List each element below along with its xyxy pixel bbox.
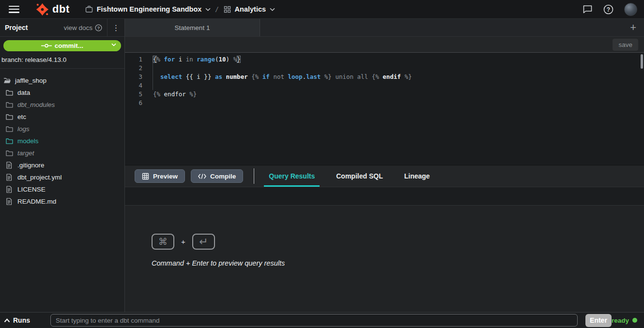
svg-text:?: ? (607, 6, 610, 13)
chevron-up-icon (4, 318, 10, 323)
enter-key-icon: ↵ (192, 234, 215, 250)
briefcase-icon (85, 5, 93, 13)
editor-scrollbar[interactable] (641, 54, 643, 69)
sidebar-title: Project (5, 24, 28, 31)
toolbar-divider (254, 168, 254, 184)
tree-item--gitignore[interactable]: .gitignore (0, 159, 124, 171)
save-button[interactable]: save (613, 39, 638, 51)
code-icon (198, 173, 206, 179)
tree-item-label: .gitignore (17, 162, 45, 169)
line-number: 6 (125, 99, 142, 107)
code-line[interactable] (153, 81, 412, 90)
line-number: 4 (125, 81, 142, 90)
tree-item-jaffle-shop[interactable]: jaffle_shop (0, 75, 124, 87)
tab-statement-1[interactable]: Statement 1 (125, 19, 260, 36)
tree-item-dbt-modules[interactable]: dbt_modules (0, 99, 124, 111)
line-number: 3 (125, 73, 142, 81)
tab-lineage[interactable]: Lineage (394, 165, 441, 187)
tree-item-label: etc (17, 113, 26, 120)
commit-dropdown-chevron-icon[interactable] (111, 43, 116, 46)
editor-toolbar: save (125, 37, 644, 53)
table-icon (142, 173, 149, 180)
top-navigation-bar: dbt Fishtown Engineering Sandbox / Analy… (0, 0, 644, 19)
file-tree: jaffle_shopdatadbt_modulesetclogsmodelst… (0, 69, 124, 312)
command-status-bar: Runs Enter ready (0, 312, 644, 328)
code-line[interactable]: {% for i in range(10) %} (153, 55, 412, 64)
tree-item-label: dbt_modules (17, 101, 55, 108)
help-circle-icon: ? (95, 24, 102, 31)
dbt-logo-text: dbt (52, 3, 70, 15)
project-name: Analytics (235, 5, 266, 13)
chat-icon[interactable] (583, 4, 593, 14)
dbt-logo: dbt (36, 3, 70, 16)
breadcrumb-separator: / (215, 5, 217, 14)
svg-text:?: ? (97, 26, 100, 30)
sidebar-menu-icon[interactable]: ⋮ (107, 19, 124, 37)
tree-item-logs[interactable]: logs (0, 123, 124, 135)
code-line[interactable] (153, 99, 412, 107)
code-line[interactable] (153, 64, 412, 73)
folder-icon (6, 102, 13, 108)
tree-item-readme-md[interactable]: README.md (0, 195, 124, 208)
tree-item-label: models (17, 137, 39, 145)
file-icon (6, 198, 13, 205)
menu-icon[interactable] (9, 6, 19, 13)
command-key-icon: ⌘ (152, 234, 174, 250)
editor-tab-bar: Statement 1 + (125, 19, 644, 37)
indent-guide (153, 56, 153, 90)
tree-item-target[interactable]: target (0, 147, 124, 159)
results-panel-header: Preview Compile Query ResultsCompiled SQ… (125, 165, 644, 187)
tree-item-label: LICENSE (17, 186, 46, 193)
tree-item-etc[interactable]: etc (0, 111, 124, 123)
branch-label: branch: release/4.13.0 (0, 52, 124, 69)
tree-item-label: target (17, 149, 34, 157)
tree-item-data[interactable]: data (0, 87, 124, 99)
project-switcher[interactable]: Analytics (224, 5, 275, 13)
preview-hint-text: Command + Enter to preview query results (152, 259, 644, 267)
user-avatar[interactable] (624, 3, 637, 16)
commit-button[interactable]: commit... (3, 40, 121, 51)
folder-icon (6, 138, 13, 144)
git-commit-icon (41, 43, 52, 48)
enter-button[interactable]: Enter (585, 314, 612, 327)
tab-query-results[interactable]: Query Results (258, 165, 325, 187)
new-tab-button[interactable]: + (627, 21, 639, 34)
results-tabs: Query ResultsCompiled SQLLineage (258, 165, 440, 187)
runs-toggle[interactable]: Runs (4, 316, 50, 324)
results-subheader (125, 187, 644, 206)
tree-item-models[interactable]: models (0, 135, 124, 147)
tree-item-label: data (17, 89, 30, 96)
chevron-down-icon (205, 8, 211, 11)
help-icon[interactable]: ? (603, 4, 613, 15)
code-editor[interactable]: 123456 {% for i in range(10) %} select {… (125, 53, 644, 165)
compile-button[interactable]: Compile (191, 169, 243, 183)
file-icon (6, 186, 13, 193)
tree-item-dbt-project-yml[interactable]: dbt_project.yml (0, 171, 124, 183)
account-switcher[interactable]: Fishtown Engineering Sandbox (85, 5, 211, 13)
folder-open-icon (3, 77, 11, 84)
code-line[interactable]: select {{ i }} as number {% if not loop.… (153, 73, 412, 81)
code-gutter: 123456 (125, 55, 146, 165)
line-number: 5 (125, 90, 142, 99)
tree-item-label: README.md (17, 198, 56, 205)
results-empty-state: ⌘ + ↵ Command + Enter to preview query r… (125, 206, 644, 312)
preview-button[interactable]: Preview (135, 169, 185, 183)
file-icon (6, 174, 13, 181)
folder-icon (6, 150, 13, 156)
folder-icon (6, 114, 13, 120)
folder-icon (6, 126, 13, 132)
dbt-command-input[interactable] (50, 314, 578, 327)
file-icon (6, 162, 13, 169)
tree-item-license[interactable]: LICENSE (0, 183, 124, 195)
status-dot (632, 318, 637, 323)
line-number: 1 (125, 55, 142, 64)
view-docs-link[interactable]: view docs ? (64, 24, 107, 31)
tab-compiled-sql[interactable]: Compiled SQL (325, 165, 393, 187)
tree-item-label: jaffle_shop (15, 77, 46, 84)
file-explorer-sidebar: Project view docs ? ⋮ commit... (0, 19, 125, 312)
chevron-down-icon (270, 8, 275, 11)
code-line[interactable]: {% endfor %} (153, 90, 412, 99)
folder-icon (6, 89, 13, 96)
code-lines: {% for i in range(10) %} select {{ i }} … (146, 55, 412, 165)
grid-icon (224, 6, 231, 13)
